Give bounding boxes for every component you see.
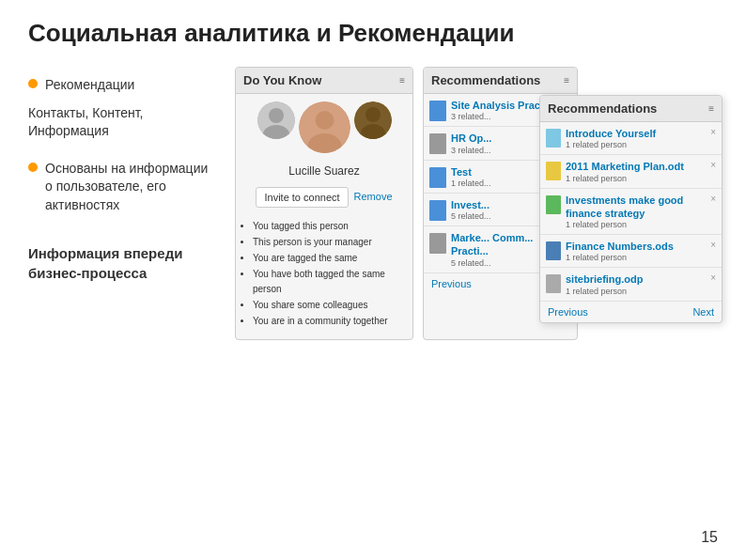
rec-popup-item-title-2[interactable]: Investments make good finance strategy: [566, 194, 706, 221]
dyk-title: Do You Know: [243, 73, 321, 87]
dyk-bullet-4: You share some colleagues: [253, 298, 403, 313]
person-name: Lucille Suarez: [236, 161, 412, 181]
dyk-header: Do You Know ≡: [236, 68, 412, 94]
rec-popup-item-title-3[interactable]: Finance Numbers.ods: [566, 240, 706, 253]
rec-popup-item-4: sitebriefing.odp 1 related person ×: [540, 268, 722, 301]
rec-popup-item-sub-1: 1 related person: [566, 174, 706, 183]
rec-large-menu-icon[interactable]: ≡: [564, 75, 569, 86]
dyk-bullets: You tagged this person This person is yo…: [236, 213, 412, 339]
widgets-area: Do You Know ≡: [235, 67, 718, 340]
svg-point-4: [315, 111, 334, 130]
dyk-photos: [236, 94, 412, 161]
rec-large-title: Recommendations: [431, 73, 540, 87]
rec-popup-item-sub-2: 1 related person: [566, 220, 706, 229]
rec-popup-item-title-4[interactable]: sitebriefing.odp: [566, 272, 706, 286]
dyk-bullet-1: This person is your manager: [253, 235, 403, 250]
info-text: Информация впереди бизнес-процесса: [28, 243, 216, 283]
content-area: Рекомендации Контакты, Контент, Информац…: [28, 67, 718, 340]
rec-popup-item-0: Introduce Yourself 1 related person ×: [540, 122, 722, 155]
rec-popup-item-title-0[interactable]: Introduce Yourself: [566, 127, 706, 140]
rec-popup-icon-3: [546, 241, 561, 260]
rec-popup-item-3: Finance Numbers.ods 1 related person ×: [540, 235, 722, 268]
rec-popup-close-3[interactable]: ×: [710, 240, 716, 250]
rec-popup-item-2: Investments make good finance strategy 1…: [540, 189, 722, 236]
avatar-left: [257, 101, 295, 139]
avatar-center: [299, 101, 350, 153]
page-number: 15: [701, 529, 718, 546]
rec-popup-header: Recommendations ≡: [540, 96, 722, 122]
rec-popup-previous[interactable]: Previous: [548, 306, 588, 318]
dyk-menu-icon[interactable]: ≡: [399, 75, 405, 86]
bullet-point-1: Рекомендации: [28, 76, 216, 95]
rec-popup-content-2: Investments make good finance strategy 1…: [566, 194, 706, 230]
rec-large-icon-2: [429, 167, 446, 188]
svg-point-7: [365, 107, 381, 122]
rec-popup-content-3: Finance Numbers.ods 1 related person: [566, 240, 706, 262]
rec-large-header: Recommendations ≡: [424, 68, 577, 94]
rec-popup-footer: Previous Next: [540, 302, 722, 322]
rec-popup-item-sub-3: 1 related person: [566, 253, 706, 262]
rec-popup-icon-0: [546, 129, 561, 148]
bullet-text-2: Основаны на информации о пользователе, е…: [45, 160, 216, 215]
dyk-actions: Invite to connect Remove: [236, 181, 412, 213]
rec-popup-close-2[interactable]: ×: [710, 194, 716, 204]
remove-button[interactable]: Remove: [354, 187, 393, 208]
bullet-text-1: Рекомендации: [45, 76, 134, 95]
rec-popup-item-title-1[interactable]: 2011 Marketing Plan.odt: [566, 160, 706, 173]
bullet-dot-2: [28, 163, 38, 172]
rec-large-icon-1: [429, 133, 446, 154]
rec-popup-menu-icon[interactable]: ≡: [708, 103, 714, 114]
rec-popup-close-4[interactable]: ×: [710, 272, 716, 283]
rec-popup-icon-4: [546, 274, 561, 293]
do-you-know-widget: Do You Know ≡: [235, 67, 413, 340]
bullet-dot-1: [28, 79, 38, 88]
recommendations-popup: Recommendations ≡ Introduce Yourself 1 r…: [539, 95, 723, 323]
dyk-bullet-0: You tagged this person: [253, 219, 403, 234]
rec-large-icon-0: [429, 101, 446, 121]
rec-popup-icon-2: [546, 195, 561, 214]
dyk-bullet-2: You are tagged the same: [253, 251, 403, 266]
rec-popup-close-0[interactable]: ×: [710, 127, 716, 137]
rec-popup-close-1[interactable]: ×: [710, 160, 716, 170]
bullet-point-2: Основаны на информации о пользователе, е…: [28, 160, 216, 215]
dyk-bullet-5: You are in a community together: [253, 314, 403, 329]
rec-popup-content-1: 2011 Marketing Plan.odt 1 related person: [566, 160, 706, 182]
invite-connect-button[interactable]: Invite to connect: [256, 187, 348, 208]
slide: Социальная аналитика и Рекомендации Реко…: [0, 0, 746, 560]
rec-popup-item-sub-4: 1 related person: [566, 287, 706, 296]
rec-large-icon-3: [429, 200, 446, 221]
rec-popup-content-0: Introduce Yourself 1 related person: [566, 127, 706, 149]
dyk-bullet-3: You have both tagged the same person: [253, 267, 403, 297]
rec-large-icon-4: [429, 233, 446, 254]
rec-popup-icon-1: [546, 162, 561, 180]
rec-popup-next[interactable]: Next: [692, 306, 714, 318]
rec-large-previous[interactable]: Previous: [431, 278, 472, 289]
rec-popup-content-4: sitebriefing.odp 1 related person: [566, 272, 706, 295]
left-panel: Рекомендации Контакты, Контент, Информац…: [28, 67, 216, 340]
rec-popup-item-1: 2011 Marketing Plan.odt 1 related person…: [540, 155, 722, 188]
rec-popup-title: Recommendations: [548, 101, 657, 116]
rec-popup-item-sub-0: 1 related person: [566, 140, 706, 149]
svg-point-1: [269, 108, 284, 123]
bullet-sub-text-1: Контакты, Контент, Информация: [28, 104, 216, 141]
avatar-right: [354, 101, 392, 139]
slide-title: Социальная аналитика и Рекомендации: [28, 19, 718, 48]
